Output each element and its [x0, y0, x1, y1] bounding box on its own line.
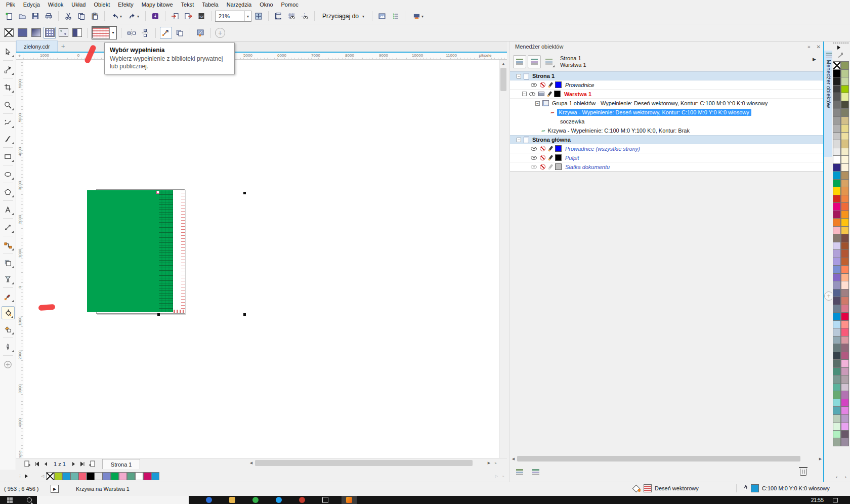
- tree-row-curve-2[interactable]: ~ Krzywa - Wypełnienie: C:100 M:0 Y:100 …: [510, 126, 824, 135]
- palette-swatch-b-9[interactable]: [841, 132, 849, 141]
- customize-toolbox-button[interactable]: [2, 358, 15, 371]
- ellipse-tool[interactable]: [2, 167, 15, 181]
- doc-swatch-7[interactable]: [103, 472, 111, 480]
- transparency-tool[interactable]: [2, 272, 15, 285]
- menu-item-2[interactable]: Widok: [44, 1, 68, 8]
- postscript-fill-button[interactable]: [71, 27, 83, 39]
- collapse-icon[interactable]: −: [517, 138, 521, 142]
- horizontal-scrollbar[interactable]: ◀ ▶ »: [248, 459, 499, 467]
- tree-row-master-page[interactable]: − Strona główna: [510, 135, 824, 144]
- pattern-fill-button[interactable]: [44, 27, 56, 39]
- tree-row-soczewka[interactable]: soczewka: [510, 117, 824, 126]
- palette-swatch-b-3[interactable]: [841, 85, 849, 94]
- palette-swatch-a-1[interactable]: [833, 69, 841, 78]
- edit-fill-button[interactable]: [194, 27, 206, 39]
- palette-swatch-a-2[interactable]: [833, 77, 841, 86]
- add-page-after-button[interactable]: [87, 458, 97, 470]
- palette-swatch-a-11[interactable]: [833, 148, 841, 156]
- palette-swatch-b-27[interactable]: [841, 273, 849, 282]
- palette-swatch-a-44[interactable]: [833, 406, 841, 415]
- doc-swatch-0[interactable]: [46, 472, 54, 480]
- palette-swatch-b-28[interactable]: [841, 281, 849, 289]
- doc-swatch-10[interactable]: [127, 472, 135, 480]
- polygon-tool[interactable]: [2, 185, 15, 198]
- show-guidelines-button[interactable]: [299, 10, 311, 22]
- palette-swatch-a-20[interactable]: [833, 218, 841, 227]
- mirror-fill-vertical-button[interactable]: [139, 27, 151, 39]
- palette-swatch-a-36[interactable]: [833, 344, 841, 352]
- new-document-button[interactable]: [3, 10, 15, 22]
- proofing-button[interactable]: [389, 10, 401, 22]
- edit-icon[interactable]: [548, 164, 554, 170]
- layer-color-chip[interactable]: [555, 154, 562, 161]
- fill-status[interactable]: Deseń wektorowy: [632, 484, 699, 492]
- taskbar-app-blue-icon[interactable]: [276, 497, 282, 503]
- shape-tool[interactable]: [2, 63, 15, 76]
- palette-swatch-a-24[interactable]: [833, 249, 841, 258]
- palette-swatch-a-39[interactable]: [833, 367, 841, 376]
- menu-item-3[interactable]: Układ: [67, 1, 90, 8]
- palette-swatch-b-44[interactable]: [841, 406, 849, 415]
- parallel-dimension-tool[interactable]: [2, 221, 15, 234]
- palette-swatch-a-3[interactable]: [833, 85, 841, 94]
- layer-color-chip[interactable]: [555, 81, 562, 88]
- undo-button[interactable]: ▾: [108, 10, 124, 22]
- palette-swatch-a-48[interactable]: [833, 438, 841, 446]
- palette-swatch-b-33[interactable]: [841, 320, 849, 329]
- status-flyout-button[interactable]: ▶: [51, 485, 59, 493]
- palette-swatch-a-5[interactable]: [833, 101, 841, 109]
- chevron-down-icon[interactable]: ▾: [109, 27, 116, 39]
- palette-swatch-b-48[interactable]: [841, 438, 849, 446]
- palette-flyout-icon[interactable]: [837, 46, 840, 50]
- start-button[interactable]: [7, 497, 13, 503]
- palette-swatch-b-46[interactable]: [841, 422, 849, 431]
- layer-manager-view-button[interactable]: [542, 55, 556, 68]
- palette-swatch-a-4[interactable]: [833, 93, 841, 101]
- export-button[interactable]: [182, 10, 194, 22]
- doc-swatch-12[interactable]: [143, 472, 151, 480]
- palette-swatch-b-35[interactable]: [841, 336, 849, 345]
- palette-swatch-a-45[interactable]: [833, 414, 841, 423]
- crop-tool[interactable]: [2, 80, 15, 94]
- palette-swatch-a-8[interactable]: [833, 124, 841, 133]
- palette-swatch-a-16[interactable]: [833, 187, 841, 195]
- palette-swatch-b-40[interactable]: [841, 375, 849, 384]
- palette-swatch-a-13[interactable]: [833, 163, 841, 172]
- tree-row-page-1[interactable]: − Strona 1: [510, 71, 824, 80]
- zoom-tool[interactable]: [2, 98, 15, 111]
- palette-swatch-a-25[interactable]: [833, 258, 841, 266]
- palette-swatch-a-15[interactable]: [833, 179, 841, 188]
- docker-collapse-icon[interactable]: »: [804, 44, 814, 50]
- fill-picker-dropdown[interactable]: ▾: [92, 26, 117, 39]
- doc-swatch-9[interactable]: [119, 472, 127, 480]
- layer-color-chip[interactable]: [555, 145, 562, 152]
- palette-swatch-b-31[interactable]: [841, 305, 849, 313]
- palette-swatch-b-37[interactable]: [841, 352, 849, 360]
- palette-swatch-a-10[interactable]: [833, 140, 841, 148]
- collapse-icon[interactable]: −: [522, 92, 527, 96]
- palette-swatch-b-1[interactable]: [841, 69, 849, 78]
- palette-swatch-b-2[interactable]: [841, 77, 849, 86]
- print-icon[interactable]: [538, 92, 544, 96]
- 2-point-line-tool[interactable]: [2, 132, 15, 145]
- palette-swatch-b-5[interactable]: [841, 101, 849, 109]
- doc-swatch-2[interactable]: [62, 472, 70, 480]
- no-print-icon[interactable]: [540, 82, 545, 88]
- palette-swatch-a-35[interactable]: [833, 336, 841, 345]
- edit-icon[interactable]: [548, 155, 554, 161]
- horizontal-scroll-thumb[interactable]: [255, 460, 473, 466]
- visibility-icon[interactable]: [531, 165, 537, 169]
- doc-palette-left-arrow[interactable]: ◁: [39, 474, 46, 478]
- palette-swatch-b-45[interactable]: [841, 414, 849, 423]
- no-print-icon[interactable]: [540, 164, 545, 170]
- collapse-icon[interactable]: −: [517, 74, 521, 78]
- tree-row-document-grid[interactable]: Siatka dokumentu: [510, 162, 824, 172]
- drawing-canvas[interactable]: [23, 60, 499, 476]
- palette-drag-dots[interactable]: [833, 42, 849, 44]
- visibility-icon[interactable]: [531, 83, 537, 87]
- menu-item-4[interactable]: Obiekt: [90, 1, 114, 8]
- palette-swatch-a-6[interactable]: [833, 108, 841, 117]
- first-page-button[interactable]: [32, 458, 41, 470]
- palette-swatch-b-17[interactable]: [841, 195, 849, 203]
- menu-item-0[interactable]: Plik: [2, 1, 19, 8]
